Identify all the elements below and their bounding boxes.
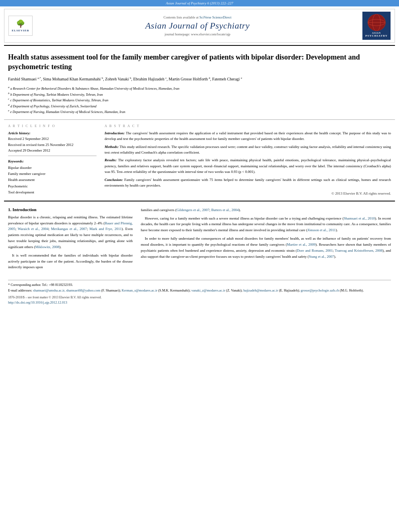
contents-available-text: Contents lists available at SciVerse Sci… (33, 15, 362, 19)
doi-link[interactable]: http://dx.doi.org/10.1016/j.ajp.2012.12.… (8, 300, 391, 306)
logo-psychiatry-text: PSYCHIATRY (365, 34, 388, 37)
email-holtforth[interactable]: grosse@psychologie.uzh.ch (300, 288, 339, 292)
corresponding-author: * Corresponding author. Tel.: +98 811823… (8, 282, 391, 288)
abstract-block: Introduction: The caregivers' health ass… (105, 130, 391, 197)
conclusion-text: Family caregivers' health assessment que… (105, 178, 391, 187)
elsevier-logo: 🌳 ELSEVIER (8, 16, 33, 36)
affil-a: a a Research Center for Behavioral Disor… (8, 85, 391, 91)
abstract-results: Results: The exploratory factor analysis… (105, 157, 391, 175)
ref-dore[interactable]: Dore and Romans, 2001 (297, 249, 333, 253)
para-right2: However, caring for a family member with… (141, 216, 391, 234)
ref-tranvag[interactable]: Tranvag and Kristoffersen, 2008 (335, 249, 383, 253)
journal-header: 🌳 ELSEVIER Contents lists available at S… (4, 9, 395, 43)
paper-title: Health status assessment tool for the fa… (8, 52, 391, 72)
authors-line: Farshid Shamsaei a,*, Sima Mohamad Khan … (8, 76, 391, 82)
email-fn4: (E. Hajizadeh); (279, 288, 300, 292)
body-section: 1. Introduction Bipolar disorder is a ch… (0, 203, 399, 277)
article-info-abstract-section: A R T I C L E I N F O Article history: R… (0, 124, 399, 197)
journal-title: Asian Journal of Psychiatry (33, 21, 362, 31)
ref-mark[interactable]: Mark and Frye, 2011 (89, 227, 121, 231)
ref-stang[interactable]: Stang et al., 2007 (309, 255, 334, 259)
results-label: Results: (105, 158, 117, 162)
tree-icon: 🌳 (16, 19, 25, 28)
email-line: E-mail addresses: shamsaei@umsha.ac.ir, … (8, 288, 391, 294)
header-center: Contents lists available at SciVerse Sci… (33, 15, 362, 36)
ref-gildengers[interactable]: Gildengers et al., 2007 (177, 208, 210, 212)
section1-num: 1. (8, 207, 11, 212)
intro-label: Introduction: (105, 131, 125, 135)
email-hajizadeh[interactable]: hajizadeh@modares.ac.ir (243, 288, 278, 292)
kw-3: Health assessment (8, 177, 97, 183)
journal-citation-bar: Asian Journal of Psychiatry 6 (2013) 222… (0, 0, 399, 6)
email-addresses[interactable]: shamsaei@umsha.ac.ir, shamsaei68@yahoo.c… (33, 288, 100, 292)
journal-citation-text: Asian Journal of Psychiatry 6 (2013) 222… (166, 1, 233, 5)
affil-e: e e Department of Nursing, Hamadan Unive… (8, 109, 391, 115)
article-info-label: A R T I C L E I N F O (8, 124, 97, 128)
affil-d: d d Department of Psychology, University… (8, 103, 391, 109)
affiliations: a a Research Center for Behavioral Disor… (8, 85, 391, 115)
header-left: 🌳 ELSEVIER (8, 16, 33, 36)
kw-2: Family member caregiver (8, 171, 97, 177)
para2: It is well recommended that the families… (8, 253, 133, 271)
para-right3: In order to more fully understand the co… (141, 236, 391, 259)
globe-icon (368, 14, 386, 31)
methods-text: This study utilized mixed research. The … (105, 145, 391, 154)
abstract-col: A B S T R A C T Introduction: The caregi… (105, 124, 391, 197)
email-label: E-mail addresses: (8, 288, 32, 292)
copyright-line: © 2013 Elsevier B.V. All rights reserved… (105, 191, 391, 196)
received-date: Received 2 September 2012 (8, 136, 97, 142)
section-divider (4, 119, 395, 120)
body-right-text: families and caregivers (Gildengers et a… (141, 207, 391, 260)
left-col-divider1 (8, 156, 97, 156)
keywords-block: Keywords: Bipolar disorder Family member… (8, 158, 97, 195)
body-divider (4, 201, 395, 201)
article-history-block: Article history: Received 2 September 20… (8, 130, 97, 154)
intro-text: The caregivers' health assessment requir… (105, 131, 391, 141)
elsevier-label: ELSEVIER (12, 29, 29, 32)
para-right1: families and caregivers (Gildengers et a… (141, 207, 391, 213)
revised-date: Received in revised form 25 November 201… (8, 142, 97, 148)
ref-butters[interactable]: Butters et al., 2004 (211, 208, 239, 212)
body-left-text: Bipolar disorder is a chronic, relapsing… (8, 214, 133, 271)
body-right-col: families and caregivers (Gildengers et a… (141, 207, 391, 273)
kw-5: Tool development (8, 189, 97, 195)
email-fn5: (M.G. Holtforth). (340, 288, 364, 292)
ref-shamsaei[interactable]: Shamsaei et al., 2010 (343, 216, 375, 220)
body-left-col: 1. Introduction Bipolar disorder is a ch… (8, 207, 133, 273)
results-text: The exploratory factor analysis revealed… (105, 158, 391, 174)
email-kermanshahi[interactable]: Kerman_s@modares.ac.ir (122, 288, 158, 292)
footnote-section: * Corresponding author. Tel.: +98 811823… (8, 280, 391, 306)
journal-logo-box: ASIAN PSYCHIATRY (362, 12, 391, 40)
abstract-methods: Methods: This study utilized mixed resea… (105, 144, 391, 156)
paper-title-section: Health status assessment tool for the fa… (0, 47, 399, 118)
affil-c: c c Department of Biostatistics, Tarbiat… (8, 97, 391, 103)
kw-4: Psychometric (8, 183, 97, 189)
ref-miklowitz[interactable]: Miklowitz, 2008 (35, 245, 59, 249)
journal-url: journal homepage: www.elsevier.com/locat… (33, 32, 362, 36)
methods-label: Methods: (105, 145, 119, 149)
affil-b: b b Department of Nursing, Tarbiat Modar… (8, 91, 391, 97)
ref-waraich[interactable]: Waraich et al., 2004 (18, 227, 49, 231)
abstract-intro: Introduction: The caregivers' health ass… (105, 130, 391, 142)
accepted-date: Accepted 29 December 2012 (8, 148, 97, 153)
abstract-label: A B S T R A C T (105, 124, 391, 128)
email-fn1: (F. Shamsaei); (101, 288, 122, 292)
email-fn3: (Z. Vanaki); (226, 288, 243, 292)
ref-jonsson[interactable]: Jönsson et al., 2011 (307, 228, 335, 232)
section1-heading: 1. Introduction (8, 207, 133, 212)
abstract-conclusion: Conclusion: Family caregivers' health as… (105, 177, 391, 189)
history-label: Article history: (8, 130, 97, 136)
ref-martire[interactable]: Martire et al., 2009 (287, 242, 315, 246)
sciverse-link[interactable]: SciVerse ScienceDirect (200, 15, 232, 19)
section1-title: Introduction (12, 207, 37, 212)
conclusion-label: Conclusion: (105, 178, 123, 182)
kw-1: Bipolar disorder (8, 165, 97, 171)
email-fn2: (S.M.K. Kermanshahi); (158, 288, 191, 292)
issn-line: 1876-2018/$ – see front matter © 2013 El… (8, 295, 391, 300)
article-info-col: A R T I C L E I N F O Article history: R… (8, 124, 97, 197)
para1: Bipolar disorder is a chronic, relapsing… (8, 214, 133, 250)
header-inner: 🌳 ELSEVIER Contents lists available at S… (8, 12, 391, 40)
email-vanaki[interactable]: vanaki_z@modares.ac.ir (191, 288, 225, 292)
keywords-label: Keywords: (8, 158, 97, 164)
ref-merikangas[interactable]: Merikangas et al., 2007 (51, 227, 87, 231)
